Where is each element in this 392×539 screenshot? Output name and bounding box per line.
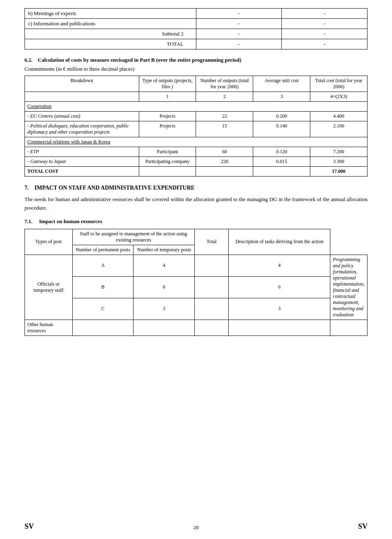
types-of-post-header: Types of post	[25, 229, 73, 255]
commitments-label: Commitments (in € million to three decim…	[24, 66, 368, 72]
other-blank-perm	[134, 320, 195, 335]
gateway-total: 3.300	[310, 157, 368, 167]
political-dialogues-total: 2.100	[310, 121, 368, 137]
gateway-label: - Gateway to Japan	[25, 157, 139, 167]
etp-type: Participant	[139, 147, 196, 157]
perm-b: 6	[134, 276, 195, 298]
num-permanent-header: Number of permanent posts	[72, 245, 134, 255]
section-7-1-title: Impact on human resources	[39, 218, 102, 224]
col-num-2: 2	[196, 92, 253, 102]
row-c-label: c) Information and publications	[25, 19, 196, 29]
total-col1: -	[196, 39, 282, 49]
officials-label: Officials or temporary staff	[25, 255, 73, 320]
subtotal2-col2: -	[282, 29, 368, 39]
grade-b: B	[72, 276, 134, 298]
temp-b	[195, 276, 229, 298]
total-c: 3	[229, 298, 330, 320]
total-b: 6	[229, 276, 330, 298]
section-6-2-heading: 6.2. Calculation of costs by measure env…	[24, 57, 368, 63]
total-a: 4	[229, 255, 330, 276]
subtotal2-col1: -	[196, 29, 282, 39]
col-num-blank	[25, 92, 139, 102]
eu-centres-total: 4.400	[310, 112, 368, 121]
political-dialogues-number: 15	[196, 121, 253, 137]
etp-label: - ETP	[25, 147, 139, 157]
eu-centres-type: Projects	[139, 112, 196, 121]
temp-c	[195, 298, 229, 320]
total-cost-blank-3	[253, 167, 310, 177]
temp-a	[195, 255, 229, 276]
section-7-number: 7.	[24, 185, 29, 191]
row-c-col2: -	[282, 19, 368, 29]
staff-assigned-header: Staff to be assigned to management of th…	[72, 229, 194, 245]
other-blank-grade	[72, 320, 134, 335]
human-resources-table: Types of post Staff to be assigned to ma…	[24, 229, 368, 336]
political-dialogues-type: Projects	[139, 121, 196, 137]
cost-table: Breakdown Type of outputs (projects, fil…	[24, 76, 368, 177]
other-human-resources: Other human resources	[25, 320, 73, 335]
political-dialogues-avg: 0.140	[253, 121, 310, 137]
total-cost-value: 17.000	[310, 167, 368, 177]
etp-number: 60	[196, 147, 253, 157]
header-type: Type of outputs (projects, files )	[139, 76, 196, 92]
gateway-type: Participating company	[139, 157, 196, 167]
section-6-2-title: Calculation of costs by measure envisage…	[38, 57, 241, 63]
header-avg: Average unit cost	[253, 76, 310, 92]
total-label: TOTAL	[25, 39, 196, 49]
other-blank-temp	[195, 320, 229, 335]
col-num-4: 4=(2X3)	[310, 92, 368, 102]
total-cost-blank-1	[139, 167, 196, 177]
officials-description: Programming and policy formulation, oper…	[330, 255, 368, 320]
col-num-1: 1	[139, 92, 196, 102]
political-dialogues-label: - Political dialogues, education coopera…	[25, 121, 139, 137]
etp-avg: 0.120	[253, 147, 310, 157]
row-b-label: b) Meetings of experts	[25, 9, 196, 19]
eu-centres-number: 22	[196, 112, 253, 121]
row-b-col2: -	[282, 9, 368, 19]
footer-left: SV	[24, 522, 34, 531]
grade-c: C	[72, 298, 134, 320]
section-7-title: IMPACT ON STAFF AND ADMINISTRATIVE EXPEN…	[35, 185, 195, 191]
gateway-avg: 0.015	[253, 157, 310, 167]
gateway-number: 220	[196, 157, 253, 167]
page-number: 20	[194, 524, 199, 531]
total-cost-blank-2	[196, 167, 253, 177]
footer-right: SV	[358, 522, 368, 531]
section-7-1-heading: 7.1. Impact on human resources	[24, 218, 368, 225]
top-table: b) Meetings of experts - - c) Informatio…	[24, 8, 368, 49]
total-cost-label: TOTAL COST	[25, 167, 139, 177]
subtotal2-label: Subtotal 2	[25, 29, 196, 39]
other-blank-total	[229, 320, 330, 335]
row-b-col1: -	[196, 9, 282, 19]
eu-centres-avg: 0.200	[253, 112, 310, 121]
num-temporary-header: Number of temporary posts	[134, 245, 195, 255]
header-total: Total cost (total for year 2006)	[310, 76, 368, 92]
perm-c: 3	[134, 298, 195, 320]
cooperation-label: Cooperation	[25, 102, 368, 112]
col-num-3: 3	[253, 92, 310, 102]
section-7-heading: 7. IMPACT ON STAFF AND ADMINISTRATIVE EX…	[24, 185, 368, 191]
description-header: Description of tasks deriving from the a…	[229, 229, 330, 255]
etp-total: 7.200	[310, 147, 368, 157]
section-7-paragraph: The needs for human and administrative r…	[24, 195, 368, 212]
header-breakdown: Breakdown	[25, 76, 139, 92]
total-header: Total	[195, 229, 229, 255]
row-c-col1: -	[196, 19, 282, 29]
section-6-2-number: 6.2.	[24, 57, 33, 63]
commercial-label: Commercial relations with Japan & Korea	[25, 137, 368, 147]
section-7-1-number: 7.1.	[24, 218, 33, 224]
header-number: Number of outputs (total for year 2006)	[196, 76, 253, 92]
grade-a: A	[72, 255, 134, 276]
total-col2: -	[282, 39, 368, 49]
perm-a: 4	[134, 255, 195, 276]
other-blank-desc	[330, 320, 368, 335]
eu-centres-label: - EU Centres (annual cost)	[25, 112, 139, 121]
